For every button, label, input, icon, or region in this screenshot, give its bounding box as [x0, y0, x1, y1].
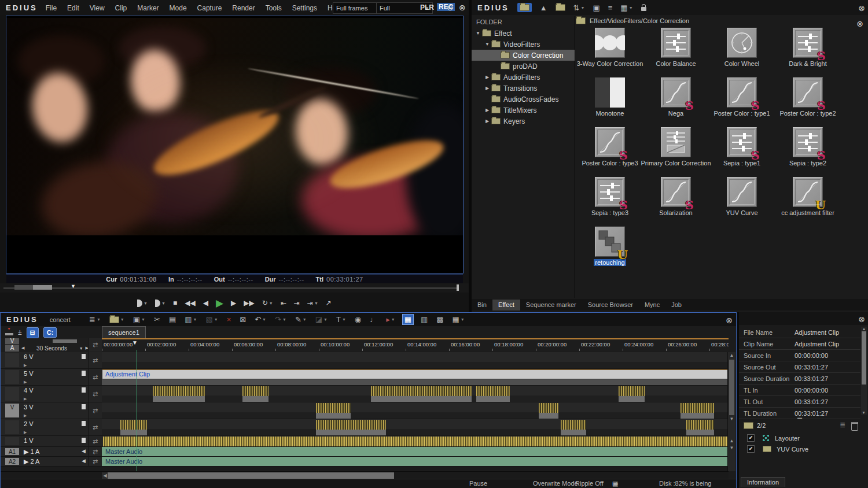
title-icon[interactable]: T▼: [334, 315, 348, 324]
track-expand-icon[interactable]: ▶: [24, 413, 27, 418]
scroll-down-icon[interactable]: ▼: [728, 445, 735, 452]
vertical-scrollbar[interactable]: ▲ ▼ ▲ ▼: [727, 352, 735, 471]
effect-item-primary-color-correction[interactable]: Primary Color Correction: [643, 126, 709, 176]
menu-item-settings[interactable]: Settings: [292, 4, 317, 12]
add-marker-out-button[interactable]: ▼: [155, 300, 165, 307]
track-patch-cell[interactable]: [5, 387, 19, 401]
list-view-icon[interactable]: ≡: [608, 3, 613, 12]
track-header-6v[interactable]: 6 V▶⇄: [1, 352, 102, 369]
sync-icon[interactable]: ⇄: [88, 436, 102, 446]
effect-item-sepia-type2[interactable]: SSepia : type2: [775, 126, 841, 176]
tree-item-color-correction[interactable]: Color Correction: [472, 50, 575, 61]
frame-forward-button[interactable]: ▶: [231, 299, 236, 307]
track-patch-cell[interactable]: [5, 353, 19, 367]
scroll-up-icon[interactable]: ▲: [728, 352, 735, 359]
goto-in-button[interactable]: ⇤: [281, 299, 286, 307]
effect-item-color-balance[interactable]: Color Balance: [643, 27, 709, 76]
speaker-icon[interactable]: ◀: [82, 448, 86, 454]
effect-item-sepia-type3[interactable]: SSepia : type3: [577, 176, 643, 225]
close-icon[interactable]: ⊗: [856, 19, 863, 28]
video-clip[interactable]: [242, 386, 269, 396]
menu-item-marker[interactable]: Marker: [137, 4, 159, 12]
effect-item-nega[interactable]: SNega: [643, 76, 709, 126]
track-patch-cell[interactable]: [5, 420, 19, 434]
lock-icon[interactable]: [641, 5, 646, 11]
track-expand-icon[interactable]: ▶: [24, 430, 27, 435]
replace-icon[interactable]: ▧▼: [204, 315, 219, 324]
frame-back-button[interactable]: ◀: [203, 299, 208, 307]
tab-mync[interactable]: Mync: [639, 300, 665, 310]
sync-icon[interactable]: ⇄: [88, 419, 102, 435]
fast-forward-button[interactable]: ▶▶: [244, 299, 254, 307]
effect-enabled-checkbox[interactable]: ✔: [747, 445, 755, 453]
video-preview[interactable]: Cur00:01:31:08In--:--:--:--Out--:--:--:-…: [6, 16, 464, 273]
track-header-2v[interactable]: 2 V▶⇄: [1, 419, 102, 436]
redo-icon[interactable]: ↷▼: [273, 315, 288, 324]
scroll-thumb[interactable]: [729, 360, 734, 415]
track-visibility-icon[interactable]: [82, 354, 86, 359]
clipboard-mode-button[interactable]: C:: [43, 327, 57, 338]
sync-icon[interactable]: ⇄: [88, 457, 102, 466]
tree-item-prodad[interactable]: proDAD: [472, 61, 575, 72]
tree-item-effect[interactable]: ▼Effect: [472, 28, 575, 39]
track-content-2a[interactable]: Master Audio: [102, 457, 729, 467]
scroll-thumb[interactable]: [108, 472, 394, 479]
timeline-view-icon[interactable]: ▦: [402, 314, 414, 325]
video-clip[interactable]: [619, 386, 644, 396]
effect-item-poster-color-type1[interactable]: SPoster Color : type1: [709, 76, 775, 126]
playhead-marker[interactable]: ▼: [132, 339, 138, 346]
track-header-3v[interactable]: V3 V▶⇄: [1, 402, 102, 419]
track-content-3v[interactable]: [102, 402, 729, 419]
delete-icon[interactable]: ×: [225, 315, 233, 324]
track-patch-cell[interactable]: [5, 370, 19, 384]
sync-icon[interactable]: ⇄: [88, 369, 102, 385]
tree-expand-icon[interactable]: ▶: [484, 119, 490, 124]
plr-button[interactable]: PLR: [420, 3, 434, 12]
minimize-icon[interactable]: ⊖: [447, 3, 454, 12]
menu-item-tools[interactable]: Tools: [266, 4, 282, 12]
menu-item-file[interactable]: File: [46, 4, 57, 12]
tree-item-audiofilters[interactable]: ▶AudioFilters: [472, 72, 575, 83]
track-header-1a[interactable]: A1▶ 1 A◀⇄: [1, 447, 102, 457]
video-clip[interactable]: [316, 403, 351, 413]
rewind-button[interactable]: ◀◀: [185, 299, 195, 307]
effect-item-dark-bright[interactable]: SDark & Bright: [775, 27, 841, 76]
effect-item-3-way-color-correction[interactable]: 3-Way Color Correction: [577, 27, 643, 76]
voiceover-icon[interactable]: ♩: [368, 315, 379, 324]
add-cut-point-icon[interactable]: ✎▼: [293, 315, 308, 324]
insert-mode-button[interactable]: ⊟: [27, 327, 39, 338]
up-folder-icon[interactable]: ▲: [540, 3, 547, 12]
tab-bin[interactable]: Bin: [472, 300, 492, 310]
loop-button[interactable]: ↻▼: [262, 299, 273, 307]
video-clip[interactable]: [153, 386, 205, 396]
tree-expand-icon[interactable]: ▶: [484, 86, 490, 91]
tree-item-transitions[interactable]: ▶Transitions: [472, 83, 575, 94]
seek-bar[interactable]: ▼: [0, 283, 469, 293]
menu-item-edit[interactable]: Edit: [67, 4, 79, 12]
marker-mode-icon[interactable]: [5, 333, 13, 335]
menu-item-view[interactable]: View: [90, 4, 105, 12]
zoom-mode-icon[interactable]: ±: [18, 328, 22, 337]
list-view-icon[interactable]: ≣: [840, 421, 845, 431]
tree-item-titlemixers[interactable]: ▶TitleMixers: [472, 105, 575, 116]
tree-expand-icon[interactable]: ▶: [484, 108, 490, 113]
open-project-icon[interactable]: ▼: [108, 316, 126, 324]
scroll-up-icon[interactable]: ▲: [861, 327, 867, 331]
video-clip[interactable]: [316, 420, 385, 430]
seek-position-marker[interactable]: ▼: [71, 283, 76, 289]
track-patch-cell[interactable]: A2: [5, 458, 19, 465]
video-clip[interactable]: [371, 386, 472, 396]
track-content-1v[interactable]: [102, 436, 729, 447]
tree-expand-icon[interactable]: ▶: [484, 75, 490, 80]
horizontal-scrollbar[interactable]: ◀: [1, 471, 729, 479]
video-clip[interactable]: [686, 420, 714, 430]
track-patch-cell[interactable]: V: [5, 404, 19, 417]
information-tab[interactable]: Information: [741, 477, 785, 487]
track-visibility-icon[interactable]: [82, 421, 86, 426]
delete-icon[interactable]: [851, 422, 858, 431]
track-content-1a[interactable]: Master Audio: [102, 447, 729, 457]
menu-item-clip[interactable]: Clip: [115, 4, 127, 12]
tab-source-browser[interactable]: Source Browser: [582, 300, 639, 310]
new-folder-icon[interactable]: [517, 3, 532, 12]
video-clip[interactable]: [681, 403, 714, 413]
